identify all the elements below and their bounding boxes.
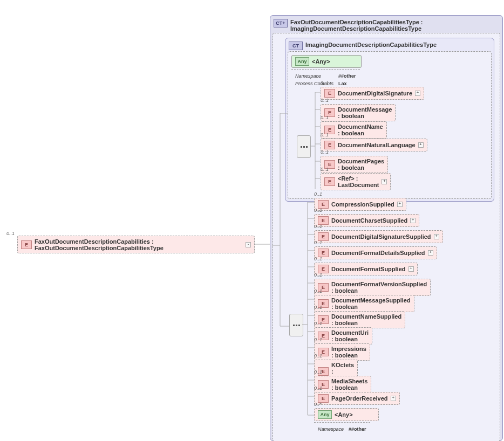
element-box[interactable]: EDocumentMessageSupplied : boolean bbox=[314, 295, 414, 312]
element-box[interactable]: EImpressions : boolean bbox=[314, 343, 370, 361]
element-box[interactable]: E<Ref> : LastDocument+ bbox=[321, 173, 391, 190]
element-box[interactable]: EDocumentDigitalSignatureSupplied+ bbox=[314, 230, 443, 243]
cardinality-label: 0..1 bbox=[321, 98, 329, 103]
expand-icon[interactable]: + bbox=[434, 234, 439, 239]
element-node: 0..1EDocumentFormatSupplied+ bbox=[314, 263, 418, 275]
element-box[interactable]: EDocumentMessage : boolean bbox=[321, 104, 396, 121]
expand-icon[interactable]: + bbox=[418, 142, 424, 148]
element-label: DocumentDigitalSignature bbox=[338, 90, 412, 97]
element-label: DocumentMessage : boolean bbox=[338, 106, 392, 119]
complex-type-icon: CT+ bbox=[274, 19, 288, 27]
element-label: DocumentMessageSupplied : boolean bbox=[331, 297, 411, 310]
element-node: 0..1EDocumentMessage : boolean bbox=[321, 104, 396, 121]
connector-line bbox=[255, 243, 271, 245]
element-node: 0..1EDocumentFormatVersionSupplied : boo… bbox=[314, 279, 431, 296]
expand-icon[interactable]: + bbox=[410, 218, 416, 223]
any-wildcard-bottom: 0..* Any <Any> Namespace##other bbox=[314, 408, 379, 436]
element-box[interactable]: EDocumentNaturalLanguage+ bbox=[321, 139, 427, 151]
element-label: DocumentFormatSupplied bbox=[331, 266, 406, 272]
cardinality-label: 0..1 bbox=[314, 256, 322, 261]
element-node: 0..1EDocumentNaturalLanguage+ bbox=[321, 139, 427, 151]
element-label: CompressionSupplied bbox=[331, 201, 394, 208]
element-label: DocumentPages : boolean bbox=[338, 158, 384, 171]
cardinality-label: 0..1 bbox=[314, 305, 322, 310]
any-icon: Any bbox=[295, 57, 309, 66]
element-icon: E bbox=[324, 177, 335, 186]
expand-icon[interactable]: + bbox=[382, 179, 387, 184]
cardinality-label: 0..1 bbox=[321, 115, 329, 120]
sequence-connector-inner bbox=[297, 135, 311, 158]
inner-connector-lines bbox=[310, 92, 321, 200]
root-element[interactable]: E FaxOutDocumentDescriptionCapabilities … bbox=[17, 236, 255, 253]
inner-ct-header: CT ImagingDocumentDescriptionCapabilitie… bbox=[288, 40, 492, 51]
schema-diagram: 0..1 E FaxOutDocumentDescriptionCapabili… bbox=[5, 5, 504, 441]
element-label: <Ref> : LastDocument bbox=[338, 175, 379, 188]
element-node: 0..1EImpressions : boolean bbox=[314, 343, 370, 361]
sequence-connector-outer bbox=[289, 314, 303, 336]
root-label: FaxOutDocumentDescriptionCapabilities : … bbox=[35, 238, 243, 251]
element-box[interactable]: EMediaSheets : boolean bbox=[314, 376, 371, 393]
cardinality-label: 0..1 bbox=[314, 224, 322, 229]
element-box[interactable]: EDocumentFormatVersionSupplied : boolean bbox=[314, 279, 431, 296]
element-node: 0..1EPageOrderReceived+ bbox=[314, 392, 400, 405]
element-box[interactable]: EDocumentFormatSupplied+ bbox=[314, 263, 418, 275]
cardinality-label: 0..1 bbox=[314, 337, 322, 342]
element-label: DocumentDigitalSignatureSupplied bbox=[331, 233, 431, 240]
cardinality-label: 0..1 bbox=[314, 321, 322, 326]
element-node: 0..1EDocumentUri : boolean bbox=[314, 327, 372, 344]
element-box[interactable]: EDocumentUri : boolean bbox=[314, 327, 372, 344]
element-box[interactable]: EDocumentDigitalSignature+ bbox=[321, 87, 424, 100]
cardinality-label: 0..1 bbox=[314, 385, 322, 391]
element-node: 0..1E<Ref> : LastDocument+ bbox=[321, 173, 391, 190]
expand-icon[interactable]: - bbox=[246, 242, 251, 247]
outer-complex-type: CT+ FaxOutDocumentDescriptionCapabilitie… bbox=[270, 15, 503, 441]
cardinality-label: 0..1 bbox=[314, 353, 322, 359]
outer-ct-header: CT+ FaxOutDocumentDescriptionCapabilitie… bbox=[273, 18, 500, 33]
expand-icon[interactable]: + bbox=[408, 266, 414, 272]
cardinality-label: 0..1 bbox=[321, 149, 329, 155]
cardinality-label: 0..1 bbox=[321, 167, 329, 172]
expand-icon[interactable]: + bbox=[391, 396, 396, 401]
element-box[interactable]: EDocumentFormatDetailsSupplied+ bbox=[314, 246, 437, 259]
element-node: 0..1EDocumentCharsetSupplied+ bbox=[314, 214, 419, 227]
element-label: DocumentCharsetSupplied bbox=[331, 217, 407, 224]
cardinality-label: 0..1 bbox=[314, 191, 322, 197]
element-node: 0..1EDocumentPages : boolean bbox=[321, 156, 388, 173]
element-icon: E bbox=[21, 240, 32, 249]
element-label: Impressions : boolean bbox=[331, 346, 366, 359]
root-to-inner-line bbox=[272, 113, 290, 329]
expand-icon[interactable]: + bbox=[415, 91, 420, 96]
element-node: 0..1EDocumentDigitalSignatureSupplied+ bbox=[314, 230, 443, 243]
element-node: 0..1EMediaSheets : boolean bbox=[314, 376, 371, 393]
root-cardinality: 0..1 bbox=[6, 231, 15, 236]
any-icon: Any bbox=[318, 410, 332, 419]
expand-icon[interactable]: + bbox=[428, 250, 433, 256]
element-label: PageOrderReceived bbox=[331, 395, 388, 402]
element-box[interactable]: EDocumentNameSupplied : boolean bbox=[314, 311, 405, 328]
element-node: 0..1EDocumentMessageSupplied : boolean bbox=[314, 295, 414, 312]
cardinality-label: 0..1 bbox=[321, 132, 329, 137]
element-label: DocumentName : boolean bbox=[338, 123, 383, 136]
element-node: 0..1EDocumentName : boolean bbox=[321, 121, 387, 139]
cardinality-label: 0..1 bbox=[314, 208, 322, 213]
expand-icon[interactable]: + bbox=[397, 202, 403, 207]
inner-complex-type: CT ImagingDocumentDescriptionCapabilitie… bbox=[285, 38, 494, 202]
element-box[interactable]: EDocumentCharsetSupplied+ bbox=[314, 214, 419, 227]
element-icon: E bbox=[324, 141, 335, 149]
element-node: 0..1ECompressionSupplied+ bbox=[314, 198, 406, 211]
cardinality-label: 0..1 bbox=[314, 240, 322, 245]
element-node: 0..1EDocumentDigitalSignature+ bbox=[321, 87, 424, 100]
element-icon: E bbox=[324, 89, 335, 98]
cardinality-label: 0..1 bbox=[314, 288, 322, 294]
element-node: 0..1EDocumentNameSupplied : boolean bbox=[314, 311, 405, 328]
element-box[interactable]: ECompressionSupplied+ bbox=[314, 198, 406, 211]
element-label: DocumentFormatDetailsSupplied bbox=[331, 250, 425, 256]
element-box[interactable]: EPageOrderReceived+ bbox=[314, 392, 400, 405]
element-box[interactable]: EDocumentPages : boolean bbox=[321, 156, 388, 173]
cardinality-label: 0..1 bbox=[314, 369, 322, 375]
complex-type-icon: CT bbox=[289, 42, 303, 50]
outer-connector-lines bbox=[302, 202, 314, 423]
element-box[interactable]: EDocumentName : boolean bbox=[321, 121, 387, 139]
element-node: 0..1EDocumentFormatDetailsSupplied+ bbox=[314, 246, 437, 259]
element-label: DocumentFormatVersionSupplied : boolean bbox=[331, 281, 427, 294]
